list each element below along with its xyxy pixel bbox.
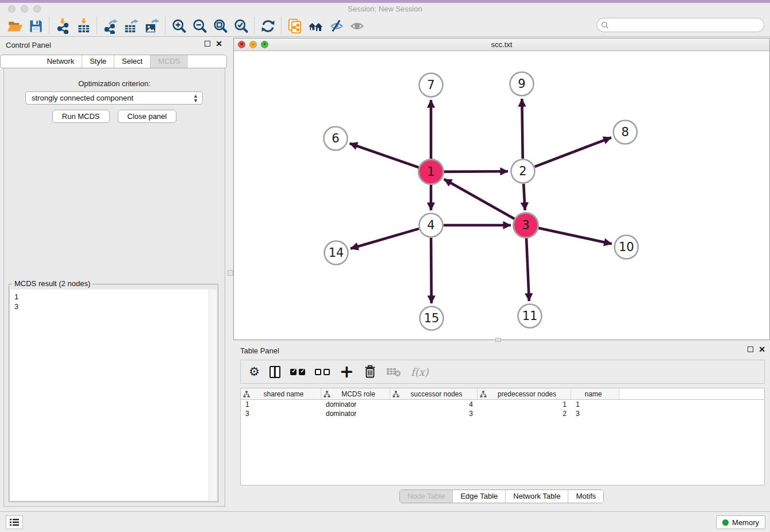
graph-node-3[interactable]: 3: [514, 213, 538, 238]
network-canvas[interactable]: 7968124314101511: [234, 52, 769, 340]
apply-function-button[interactable]: f(x): [411, 363, 429, 380]
close-panel-button[interactable]: Close panel: [118, 110, 177, 123]
tab-network[interactable]: Network: [39, 55, 82, 68]
horizontal-splitter-handle[interactable]: [495, 338, 501, 342]
network-graph[interactable]: 7968124314101511: [234, 52, 769, 340]
import-network-button[interactable]: [52, 17, 73, 35]
eye-slash-icon: [329, 18, 344, 34]
clone-network-button[interactable]: [284, 17, 305, 35]
go-home-button[interactable]: [305, 17, 326, 35]
search-field[interactable]: [596, 18, 764, 32]
zoom-out-button[interactable]: [189, 17, 210, 35]
cell-name[interactable]: 1: [571, 400, 619, 408]
tab-motifs[interactable]: Motifs: [568, 490, 603, 503]
cell-mcds-role[interactable]: dominator: [321, 410, 390, 418]
graph-node-4[interactable]: 4: [419, 214, 443, 237]
close-panel-icon[interactable]: ✕: [215, 41, 222, 47]
tab-network-table[interactable]: Network Table: [505, 490, 568, 503]
column-header-successor-nodes[interactable]: successor nodes: [390, 388, 478, 399]
criterion-dropdown[interactable]: strongly connected component ▲▼: [25, 91, 203, 105]
table-row[interactable]: 1 dominator 4 1 1: [241, 400, 764, 409]
zoom-fit-button[interactable]: [210, 17, 230, 35]
graph-edge-2-3[interactable]: [523, 184, 525, 210]
zoom-window-button[interactable]: [33, 5, 41, 13]
split-panel-button[interactable]: [270, 363, 280, 380]
hide-panels-button[interactable]: [326, 17, 346, 35]
open-session-button[interactable]: [5, 17, 25, 35]
graph-node-14[interactable]: 14: [325, 241, 348, 265]
deselect-all-button[interactable]: [315, 363, 330, 380]
cell-successor-nodes[interactable]: 4: [390, 400, 478, 408]
cell-predecessor-nodes[interactable]: 1: [478, 400, 571, 408]
tab-select[interactable]: Select: [114, 55, 150, 68]
graph-edge-4-15[interactable]: [431, 238, 432, 303]
import-network-icon: [55, 18, 71, 34]
delete-column-button[interactable]: [364, 363, 376, 380]
memory-button[interactable]: Memory: [716, 515, 765, 529]
table-row[interactable]: 3 dominator 3 2 3: [241, 409, 764, 418]
vertical-splitter-handle[interactable]: [228, 270, 233, 276]
mcds-result-list[interactable]: 1 3: [10, 290, 217, 500]
graph-edge-3-1[interactable]: [444, 179, 515, 219]
network-window-titlebar[interactable]: ✕ − + scc.txt: [234, 38, 769, 51]
graph-edge-4-14[interactable]: [351, 229, 419, 249]
minimize-view-button[interactable]: −: [249, 41, 257, 48]
tab-mcds[interactable]: MCDS: [150, 55, 187, 68]
cell-shared-name[interactable]: 3: [241, 410, 321, 418]
graph-edge-3-11[interactable]: [526, 238, 529, 301]
add-column-button[interactable]: +: [340, 363, 354, 380]
close-table-panel-icon[interactable]: ✕: [759, 346, 765, 352]
column-header-mcds-role[interactable]: MCDS role: [321, 388, 390, 399]
tab-node-table[interactable]: Node Table: [400, 490, 453, 503]
save-session-button[interactable]: [25, 17, 46, 35]
close-window-button[interactable]: [8, 5, 16, 13]
run-mcds-button[interactable]: Run MCDS: [52, 110, 110, 123]
cell-successor-nodes[interactable]: 3: [390, 410, 478, 418]
graph-edge-1-2[interactable]: [444, 171, 508, 172]
column-header-name[interactable]: name: [571, 388, 619, 399]
show-panels-button[interactable]: [346, 17, 367, 35]
graph-edge-1-6[interactable]: [350, 144, 419, 168]
graph-node-15[interactable]: 15: [420, 307, 444, 330]
graph-node-9[interactable]: 9: [510, 72, 534, 96]
svg-text:15: 15: [424, 311, 440, 325]
window-controls[interactable]: [8, 5, 41, 13]
export-image-button[interactable]: [141, 17, 162, 35]
graph-node-6[interactable]: 6: [324, 127, 348, 151]
export-network-button[interactable]: [100, 17, 121, 35]
graph-node-7[interactable]: 7: [419, 74, 443, 97]
float-table-panel-icon[interactable]: [748, 346, 753, 352]
search-input[interactable]: [609, 21, 764, 29]
tab-style[interactable]: Style: [82, 55, 114, 68]
delete-table-button[interactable]: [386, 363, 401, 380]
column-header-shared-name[interactable]: shared name: [241, 388, 321, 399]
cell-name[interactable]: 3: [571, 410, 619, 418]
refresh-layout-button[interactable]: [257, 17, 278, 35]
zoom-selected-button[interactable]: [230, 17, 251, 35]
maximize-view-button[interactable]: +: [261, 41, 268, 48]
tab-edge-table[interactable]: Edge Table: [452, 490, 505, 503]
graph-edge-3-10[interactable]: [538, 228, 612, 244]
minimize-window-button[interactable]: [21, 5, 28, 13]
show-tasks-button[interactable]: [6, 515, 23, 529]
graph-node-10[interactable]: 10: [615, 236, 638, 259]
graph-node-2[interactable]: 2: [511, 160, 535, 183]
cell-predecessor-nodes[interactable]: 2: [478, 410, 571, 418]
import-table-button[interactable]: [73, 17, 94, 35]
float-panel-icon[interactable]: [205, 41, 210, 47]
zoom-in-button[interactable]: [168, 17, 189, 35]
column-header-predecessor-nodes[interactable]: predecessor nodes: [478, 388, 571, 399]
graph-node-8[interactable]: 8: [614, 121, 637, 144]
cell-mcds-role[interactable]: dominator: [321, 400, 390, 408]
table-panel-tabs: Node Table Edge Table Network Table Moti…: [233, 489, 770, 503]
cell-shared-name[interactable]: 1: [241, 400, 321, 408]
select-all-button[interactable]: [290, 363, 305, 380]
export-table-button[interactable]: [121, 17, 141, 35]
graph-node-1[interactable]: 1: [419, 160, 444, 184]
table-settings-button[interactable]: ⚙: [249, 363, 260, 380]
graph-edge-2-8[interactable]: [535, 137, 611, 167]
result-scrollbar[interactable]: [209, 290, 217, 500]
graph-node-11[interactable]: 11: [518, 304, 542, 328]
graph-edge-2-9[interactable]: [522, 99, 522, 159]
close-view-button[interactable]: ✕: [238, 41, 245, 48]
